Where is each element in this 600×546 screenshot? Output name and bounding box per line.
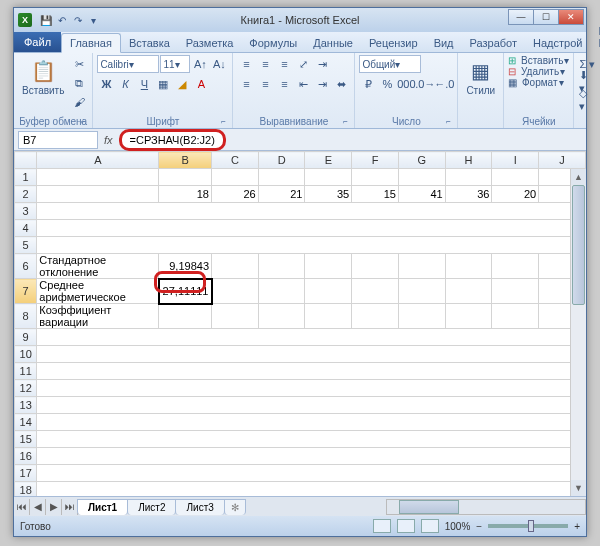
sheet-tab[interactable]: Лист2 [127, 499, 176, 515]
name-box[interactable]: B7 [18, 131, 98, 149]
minimize-button[interactable]: — [508, 9, 534, 25]
close-button[interactable]: ✕ [558, 9, 584, 25]
view-pagebreak-button[interactable] [421, 519, 439, 533]
tab-foxit[interactable]: Foxit PDF [590, 22, 600, 52]
row-header[interactable]: 10 [15, 346, 37, 363]
percent-button[interactable]: % [378, 75, 396, 93]
sheet-tab[interactable]: Лист1 [77, 499, 128, 515]
horizontal-scrollbar[interactable] [386, 499, 586, 515]
zoom-out-button[interactable]: − [476, 521, 482, 532]
row-header[interactable]: 1 [15, 169, 37, 186]
zoom-level[interactable]: 100% [445, 521, 471, 532]
row-header[interactable]: 18 [15, 482, 37, 497]
file-tab[interactable]: Файл [14, 32, 61, 52]
cut-button[interactable]: ✂ [70, 55, 88, 73]
maximize-button[interactable]: ☐ [533, 9, 559, 25]
row-header[interactable]: 12 [15, 380, 37, 397]
indent-dec-button[interactable]: ⇤ [294, 75, 312, 93]
sheet-nav-prev-icon[interactable]: ◀ [30, 499, 46, 515]
cell[interactable]: 15 [352, 186, 399, 203]
new-sheet-button[interactable]: ✻ [224, 499, 246, 515]
col-header-F[interactable]: F [352, 152, 399, 169]
col-header-G[interactable]: G [398, 152, 445, 169]
sheet-nav-next-icon[interactable]: ▶ [46, 499, 62, 515]
formula-input[interactable]: =СРЗНАЧ(B2:J2) [119, 131, 582, 149]
font-size-combo[interactable]: 11 ▾ [160, 55, 190, 73]
cell[interactable]: 18 [159, 186, 212, 203]
scroll-down-icon[interactable]: ▼ [571, 480, 586, 496]
active-cell[interactable]: 27,11111 [159, 279, 212, 304]
col-header-B[interactable]: B [159, 152, 212, 169]
fx-icon[interactable]: fx [102, 134, 115, 146]
row-header[interactable]: 16 [15, 448, 37, 465]
grow-font-button[interactable]: A↑ [191, 55, 209, 73]
col-header-A[interactable]: A [37, 152, 159, 169]
tab-data[interactable]: Данные [305, 34, 361, 52]
cells-insert-button[interactable]: ⊞ Вставить ▾ [508, 55, 569, 66]
align-left-button[interactable]: ≡ [237, 75, 255, 93]
tab-developer[interactable]: Разработ [462, 34, 525, 52]
tab-home[interactable]: Главная [61, 33, 121, 53]
align-top-button[interactable]: ≡ [237, 55, 255, 73]
row-header[interactable]: 7 [15, 279, 37, 304]
sheet-nav-last-icon[interactable]: ⏭ [62, 499, 78, 515]
view-layout-button[interactable] [397, 519, 415, 533]
font-dialog-icon[interactable]: ⌐ [218, 117, 228, 127]
scroll-thumb[interactable] [572, 185, 585, 305]
orientation-button[interactable]: ⤢ [294, 55, 312, 73]
zoom-in-button[interactable]: + [574, 521, 580, 532]
tab-review[interactable]: Рецензир [361, 34, 426, 52]
cell[interactable]: 9,19843 [159, 254, 212, 279]
number-format-combo[interactable]: Общий ▾ [359, 55, 421, 73]
number-dialog-icon[interactable]: ⌐ [443, 117, 453, 127]
fill-color-button[interactable]: ◢ [173, 75, 191, 93]
row-header[interactable]: 5 [15, 237, 37, 254]
scroll-thumb[interactable] [399, 500, 459, 514]
scroll-up-icon[interactable]: ▲ [571, 169, 586, 185]
tab-view[interactable]: Вид [426, 34, 462, 52]
cell[interactable]: 21 [258, 186, 305, 203]
row-header[interactable]: 2 [15, 186, 37, 203]
worksheet-grid[interactable]: A B C D E F G H I J 1 2 18 26 21 35 15 4… [14, 151, 586, 496]
cell[interactable]: Стандартное отклонение [37, 254, 159, 279]
align-right-button[interactable]: ≡ [275, 75, 293, 93]
row-header[interactable]: 9 [15, 329, 37, 346]
tab-addins[interactable]: Надстрой [525, 34, 590, 52]
undo-icon[interactable]: ↶ [55, 14, 68, 27]
paste-button[interactable]: 📋 Вставить [18, 55, 68, 98]
save-icon[interactable]: 💾 [39, 14, 52, 27]
shrink-font-button[interactable]: A↓ [210, 55, 228, 73]
cell[interactable]: 41 [398, 186, 445, 203]
alignment-dialog-icon[interactable]: ⌐ [340, 117, 350, 127]
tab-layout[interactable]: Разметка [178, 34, 242, 52]
zoom-slider[interactable] [488, 524, 568, 528]
redo-icon[interactable]: ↷ [71, 14, 84, 27]
underline-button[interactable]: Ч [135, 75, 153, 93]
cells-delete-button[interactable]: ⊟ Удалить ▾ [508, 66, 565, 77]
bold-button[interactable]: Ж [97, 75, 115, 93]
cells-format-button[interactable]: ▦ Формат ▾ [508, 77, 563, 88]
cell[interactable]: Среднее арифметическое [37, 279, 159, 304]
tab-formulas[interactable]: Формулы [241, 34, 305, 52]
inc-decimal-button[interactable]: .0→ [416, 75, 434, 93]
font-name-combo[interactable]: Calibri ▾ [97, 55, 159, 73]
styles-button[interactable]: ▦ Стили [462, 55, 499, 98]
cell[interactable]: 20 [492, 186, 539, 203]
cell[interactable]: 36 [445, 186, 492, 203]
row-header[interactable]: 8 [15, 304, 37, 329]
row-header[interactable]: 14 [15, 414, 37, 431]
font-color-button[interactable]: A [192, 75, 210, 93]
col-header-D[interactable]: D [258, 152, 305, 169]
currency-button[interactable]: ₽ [359, 75, 377, 93]
row-header[interactable]: 13 [15, 397, 37, 414]
clear-button[interactable]: ◇ ▾ [578, 91, 596, 109]
comma-button[interactable]: 000 [397, 75, 415, 93]
row-header[interactable]: 15 [15, 431, 37, 448]
dec-decimal-button[interactable]: ←.0 [435, 75, 453, 93]
row-header[interactable]: 6 [15, 254, 37, 279]
merge-button[interactable]: ⬌ [332, 75, 350, 93]
cell[interactable]: 26 [212, 186, 259, 203]
tab-insert[interactable]: Вставка [121, 34, 178, 52]
col-header-J[interactable]: J [539, 152, 586, 169]
clipboard-dialog-icon[interactable]: ⌐ [78, 117, 88, 127]
